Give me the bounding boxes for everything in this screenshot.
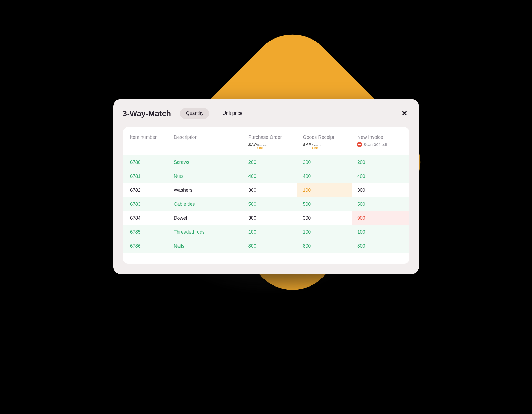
cell-description: Nails xyxy=(169,239,243,253)
cell-inv: 400 xyxy=(352,169,409,183)
cell-description: Cable ties xyxy=(169,197,243,211)
match-table-card: Item number Description Purchase Order S… xyxy=(123,127,409,264)
cell-po: 800 xyxy=(243,239,297,253)
panel-title: 3-Way-Match xyxy=(123,109,171,118)
close-icon: ✕ xyxy=(402,109,407,117)
cell-description: Threaded rods xyxy=(169,225,243,239)
cell-gr: 200 xyxy=(297,155,352,169)
cell-po: 400 xyxy=(243,169,297,183)
cell-gr: 800 xyxy=(297,239,352,253)
cell-description: Screws xyxy=(169,155,243,169)
sap-business-one-icon: SAP Business One xyxy=(303,142,321,150)
col-purchase-order: Purchase Order SAP Business One xyxy=(243,127,297,155)
cell-inv: 100 xyxy=(352,225,409,239)
cell-po: 100 xyxy=(243,225,297,239)
cell-inv: 300 xyxy=(352,183,409,197)
table-row: 6785Threaded rods100100100 xyxy=(123,225,409,239)
cell-po: 300 xyxy=(243,211,297,225)
col-gr-label: Goods Receipt xyxy=(303,135,334,140)
cell-gr: 100 xyxy=(297,183,352,197)
table-row: 6786Nails800800800 xyxy=(123,239,409,253)
table-row: 6781Nuts400400400 xyxy=(123,169,409,183)
cell-item-number: 6781 xyxy=(123,169,169,183)
tab-quantity[interactable]: Quantity xyxy=(180,108,209,119)
cell-description: Nuts xyxy=(169,169,243,183)
cell-item-number: 6782 xyxy=(123,183,169,197)
col-description: Description xyxy=(169,127,243,155)
invoice-file-name: Scan-004.pdf xyxy=(364,142,387,147)
cell-inv: 900 xyxy=(352,211,409,225)
close-button[interactable]: ✕ xyxy=(399,108,409,119)
col-new-invoice: New Invoice Scan-004.pdf xyxy=(352,127,409,155)
cell-gr: 400 xyxy=(297,169,352,183)
cell-gr: 300 xyxy=(297,211,352,225)
sap-business-one-icon: SAP Business One xyxy=(248,142,267,150)
col-goods-receipt: Goods Receipt SAP Business One xyxy=(297,127,352,155)
table-row: 6782Washers300100300 xyxy=(123,183,409,197)
cell-po: 300 xyxy=(243,183,297,197)
cell-inv: 500 xyxy=(352,197,409,211)
pdf-icon xyxy=(357,142,362,147)
cell-description: Dowel xyxy=(169,211,243,225)
cell-gr: 500 xyxy=(297,197,352,211)
panel-header: 3-Way-Match Quantity Unit price ✕ xyxy=(123,108,409,119)
col-inv-label: New Invoice xyxy=(357,135,383,140)
cell-item-number: 6783 xyxy=(123,197,169,211)
match-panel: 3-Way-Match Quantity Unit price ✕ Item n… xyxy=(113,99,419,274)
table-row: 6780Screws200200200 xyxy=(123,155,409,169)
cell-item-number: 6780 xyxy=(123,155,169,169)
cell-item-number: 6785 xyxy=(123,225,169,239)
cell-po: 500 xyxy=(243,197,297,211)
table-row: 6783Cable ties500500500 xyxy=(123,197,409,211)
cell-po: 200 xyxy=(243,155,297,169)
col-item-number: Item number xyxy=(123,127,169,155)
cell-inv: 800 xyxy=(352,239,409,253)
table-header-row: Item number Description Purchase Order S… xyxy=(123,127,409,155)
cell-inv: 200 xyxy=(352,155,409,169)
match-table: Item number Description Purchase Order S… xyxy=(123,127,409,253)
cell-description: Washers xyxy=(169,183,243,197)
table-row: 6784Dowel300300900 xyxy=(123,211,409,225)
cell-item-number: 6784 xyxy=(123,211,169,225)
cell-item-number: 6786 xyxy=(123,239,169,253)
tab-unit-price[interactable]: Unit price xyxy=(217,108,248,119)
col-po-label: Purchase Order xyxy=(248,135,282,140)
cell-gr: 100 xyxy=(297,225,352,239)
